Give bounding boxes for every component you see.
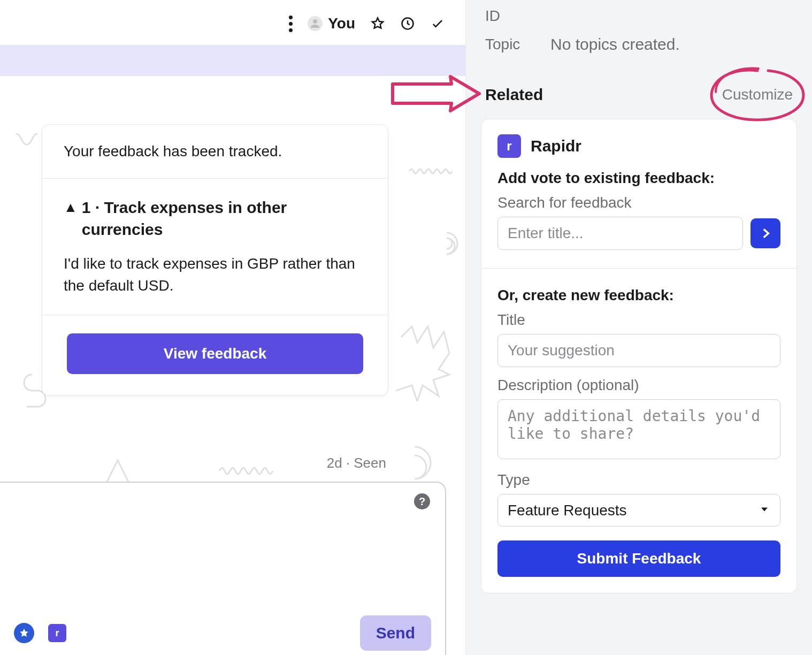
macros-icon[interactable]: [14, 623, 34, 643]
search-go-button[interactable]: [750, 218, 780, 248]
search-heading: Add vote to existing feedback:: [497, 170, 780, 187]
compose-box[interactable]: ? r Send: [0, 482, 446, 655]
message-meta: 2d · Seen: [42, 455, 388, 471]
info-topic-label: Topic: [485, 36, 531, 53]
info-topic-value: No topics created.: [550, 35, 680, 54]
description-input[interactable]: [497, 399, 780, 459]
search-label: Search for feedback: [497, 194, 780, 211]
rapidr-app-icon[interactable]: r: [48, 624, 66, 642]
upvote-icon: ▲: [64, 198, 78, 217]
star-icon[interactable]: [370, 16, 385, 31]
search-input[interactable]: [497, 217, 743, 250]
view-feedback-button[interactable]: View feedback: [67, 333, 363, 374]
rapidr-card: r Rapidr Add vote to existing feedback: …: [481, 119, 797, 593]
title-label: Title: [497, 311, 780, 329]
description-label: Description (optional): [497, 377, 780, 394]
related-heading: Related: [485, 86, 543, 104]
title-input[interactable]: [497, 334, 780, 367]
conversation-info: ID Topic No topics created.: [466, 0, 812, 80]
info-id-label: ID: [485, 7, 531, 25]
feedback-vote-count: 1: [82, 199, 91, 216]
feedback-title-text: Track expenses in other currencies: [82, 199, 287, 238]
rapidr-name: Rapidr: [531, 137, 581, 155]
assignee-label: You: [328, 15, 355, 32]
close-conversation-icon[interactable]: [430, 16, 445, 31]
feedback-body: I'd like to track expenses in GBP rather…: [64, 253, 366, 296]
rapidr-logo-icon: r: [497, 134, 521, 158]
send-button[interactable]: Send: [360, 615, 431, 651]
feedback-card: Your feedback has been tracked. ▲ 1 · Tr…: [42, 124, 388, 396]
type-label: Type: [497, 471, 780, 489]
feedback-tracked-msg: Your feedback has been tracked.: [64, 143, 366, 160]
create-heading: Or, create new feedback:: [497, 287, 780, 304]
snooze-icon[interactable]: [400, 16, 415, 31]
conversation-toolbar: You: [0, 0, 465, 45]
customize-link[interactable]: Customize: [722, 86, 793, 103]
feedback-title: ▲ 1 · Track expenses in other currencies: [64, 197, 366, 240]
help-icon[interactable]: ?: [414, 493, 430, 509]
type-select[interactable]: Feature Requests: [497, 494, 780, 527]
submit-feedback-button[interactable]: Submit Feedback: [497, 540, 780, 577]
avatar-icon: [308, 16, 323, 31]
note-composer-strip[interactable]: [0, 45, 465, 76]
assignee-chip[interactable]: You: [308, 15, 355, 32]
kebab-menu-icon[interactable]: [289, 16, 293, 32]
